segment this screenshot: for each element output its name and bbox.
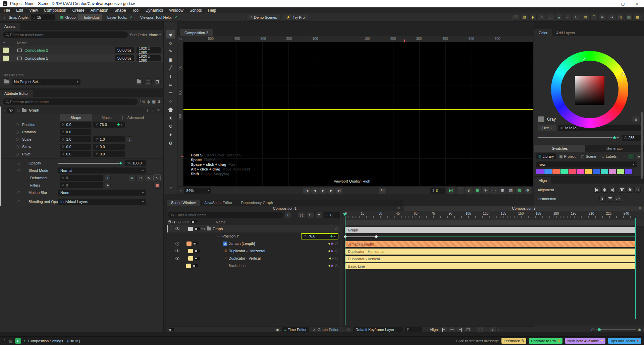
ease-hook-button[interactable]: ⌒	[477, 327, 484, 333]
zoom-out-icon[interactable]: ⊖	[591, 327, 595, 332]
speaker-icon[interactable]: ▶)	[447, 187, 455, 194]
audio-level-field[interactable]: ▮0	[430, 188, 445, 194]
filter-color-icon[interactable]	[153, 182, 161, 189]
attribute-name[interactable]: Position.Y	[222, 234, 239, 238]
hex-mode-dropdown[interactable]: Hex▾	[538, 125, 556, 131]
skew-x-field[interactable]: X0.0	[60, 144, 91, 150]
layer-toggle[interactable]	[195, 227, 200, 230]
opacity-slider[interactable]	[58, 163, 122, 164]
transport-button[interactable]: ▶	[319, 188, 326, 194]
lock-icon[interactable]	[168, 221, 171, 223]
out-arrow-icon[interactable]: ▶	[331, 249, 334, 253]
rotate-tool[interactable]: ↻	[166, 122, 175, 131]
footer-toggle-icon[interactable]	[169, 328, 174, 331]
polygon-tool[interactable]	[166, 106, 175, 114]
current-color-swatch[interactable]	[538, 116, 544, 122]
eye-icon[interactable]	[175, 227, 179, 230]
text-tool[interactable]: T	[166, 72, 175, 80]
close-icon[interactable]: ✕	[157, 108, 160, 113]
attribute-stack-icon[interactable]: ▤	[152, 99, 155, 104]
in-arrow-icon[interactable]: ◀	[329, 257, 331, 260]
scatter-filter-icon[interactable]: ∷	[307, 212, 314, 218]
toolbar-icon[interactable]: ▤	[582, 14, 589, 21]
pin-icon[interactable]: ↧	[146, 108, 149, 113]
layer-row-duplicator-horizontal[interactable]: ⠿ Duplicator - Horizontal ◀▶	[167, 247, 343, 255]
layer-color-swatch[interactable]	[186, 264, 191, 268]
layer-search[interactable]	[168, 212, 283, 218]
out-arrow-icon[interactable]: ▶	[331, 264, 334, 267]
position-y-highlighted-field[interactable]: Y76.0 ▸	[301, 233, 338, 239]
brush-tool[interactable]: ✎	[166, 47, 175, 55]
viewport-canvas[interactable]: 700600500 Hold SDirect Layer Selection S…	[177, 42, 533, 186]
toolbar-icon[interactable]: →	[547, 14, 554, 21]
demo-scenes-button[interactable]: ∷ Demo Scenes	[246, 14, 280, 21]
color-swatch[interactable]	[609, 169, 616, 174]
solo-radio[interactable]	[17, 109, 20, 112]
track-basic-line[interactable]: Basic Line	[345, 263, 636, 269]
select-tool[interactable]: ▶	[166, 30, 175, 39]
toolbar-icon[interactable]: ☾	[573, 14, 580, 21]
out-point-line[interactable]	[635, 218, 636, 319]
rectangle-tool[interactable]: ▭	[166, 89, 175, 97]
alpha-slider[interactable]	[538, 137, 619, 138]
toolbar-icon[interactable]: ⋯	[564, 14, 572, 21]
ellipse-tool[interactable]: ○	[166, 97, 175, 106]
collapse-icon[interactable]: ▾	[3, 109, 5, 112]
close-button[interactable]: ✕	[630, 0, 644, 7]
asset-color-swatch[interactable]	[3, 48, 9, 53]
tab-add-layers[interactable]: Add Layers	[552, 29, 579, 36]
menu-item[interactable]: Dynamics	[143, 8, 166, 13]
tips-tricks-button[interactable]: Tips and Tricks➤	[608, 338, 641, 344]
skew-y-field[interactable]: Y0.0	[93, 144, 125, 150]
snap-angle-field[interactable]: #15	[31, 14, 55, 20]
align-center-h-button[interactable]	[601, 187, 608, 193]
timeline-range-bar[interactable]	[343, 218, 644, 226]
keyframe-layer-dropdown[interactable]: Default Keyframe Layer	[353, 327, 403, 332]
line-tool[interactable]: ╱	[166, 64, 175, 72]
basic-line-shape[interactable]	[183, 109, 533, 110]
sv-handle[interactable]	[583, 58, 586, 61]
layer-row-position-y[interactable]: Position.Y Y76.0 ▸	[167, 232, 343, 240]
saturation-value-square[interactable]	[575, 76, 604, 105]
attribute-target-icon[interactable]: ◎	[147, 99, 150, 104]
attribute-search[interactable]	[3, 98, 138, 105]
eyedropper-button[interactable]: ✎	[632, 116, 641, 123]
eye-icon[interactable]	[175, 257, 179, 260]
color-swatch[interactable]	[552, 169, 560, 174]
viewport-tab-composition-2[interactable]: Composition 2	[180, 29, 213, 36]
wave-link-icon[interactable]: ∿	[145, 175, 152, 181]
layer-tools-check-icon[interactable]: ✓	[129, 15, 133, 20]
toolbar-icon[interactable]: ⇤	[599, 14, 606, 21]
in-arrow-icon[interactable]: ◀	[328, 264, 330, 267]
align-top-button[interactable]	[619, 187, 625, 193]
asset-row[interactable]: Composition 2 30.00fps 1920 x 1080	[0, 46, 163, 54]
close-icon[interactable]: ✕	[638, 206, 641, 210]
viewport-option-icon[interactable]: ▭	[490, 187, 498, 194]
color-swatch[interactable]	[585, 169, 592, 174]
layer-toggle[interactable]	[195, 257, 200, 260]
track-graph[interactable]: Graph	[345, 227, 636, 233]
kf-align-center-button[interactable]	[449, 327, 455, 333]
timeline-zoom-slider[interactable]	[596, 329, 636, 330]
viewport-option-icon[interactable]: ≫	[482, 187, 489, 194]
zoom-in-icon[interactable]: ⊕	[638, 327, 641, 332]
pin-icon[interactable]: ↧	[152, 108, 155, 113]
position-y-field[interactable]: Y76.0▸	[93, 122, 125, 128]
open-folder-icon[interactable]	[135, 78, 143, 85]
direct-select-tool[interactable]: ▷	[166, 39, 175, 47]
layer-toggle[interactable]	[195, 250, 200, 253]
feedback-button[interactable]: Feedback✎	[501, 338, 526, 344]
align-left-button[interactable]	[594, 187, 600, 193]
color-swatch[interactable]	[569, 169, 576, 174]
menu-item[interactable]: Window	[166, 8, 186, 13]
layer-color-swatch[interactable]	[188, 256, 193, 261]
transport-button[interactable]: |▶	[327, 188, 334, 194]
toolbar-icon[interactable]: ◫	[616, 14, 624, 21]
menu-item[interactable]: Animation	[88, 8, 111, 13]
asset-name[interactable]: Composition 2	[24, 48, 48, 52]
transport-button[interactable]: ◀|	[311, 188, 318, 194]
mini-view-icon[interactable]: ▣	[275, 327, 280, 332]
graph-box-icon[interactable]: ⊿	[137, 175, 144, 181]
color-swatch[interactable]	[577, 169, 584, 174]
menu-item[interactable]: Shape	[111, 8, 129, 13]
